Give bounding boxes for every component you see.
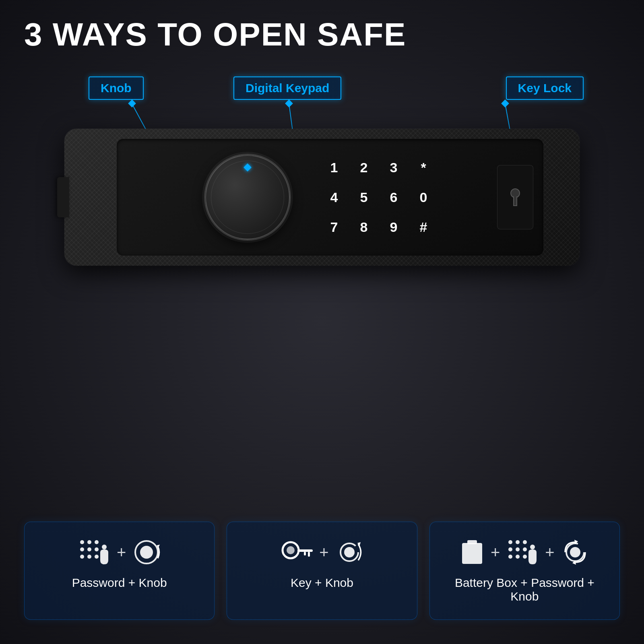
safe-diagram: Knob Digital Keypad Key Lock [40,72,604,322]
plus-3: + [491,543,500,561]
key-star: * [411,155,436,180]
svg-point-15 [80,555,84,559]
svg-point-18 [102,545,107,549]
svg-rect-30 [462,543,482,564]
svg-rect-7 [501,99,509,107]
svg-point-34 [523,540,527,544]
svg-point-33 [516,540,520,544]
key-5: 5 [352,185,376,209]
knob-rotate-icon-2 [335,538,363,566]
svg-point-12 [80,547,84,551]
svg-point-16 [87,555,91,559]
svg-point-9 [80,540,84,544]
digital-keypad-label: Digital Keypad [233,76,341,100]
svg-point-35 [508,547,512,551]
page-title: 3 WAYS TO OPEN SAFE [24,16,406,53]
safe-device: 1 2 3 * 4 5 6 0 7 8 9 # [64,129,580,266]
card-1-icons: + [78,538,161,566]
key-0: 0 [411,185,436,209]
key-hash: # [411,215,436,239]
key-icon [281,538,313,566]
keyhole [510,188,520,206]
svg-point-14 [95,547,99,551]
card-battery-password-knob: + + [429,522,620,620]
key-9: 9 [382,215,406,239]
card-3-icons: + + [460,538,589,566]
card-password-knob: + Password + Knob [24,522,215,620]
svg-rect-1 [128,99,136,107]
info-cards: + Password + Knob [24,522,620,620]
svg-point-32 [508,540,512,544]
svg-point-11 [95,540,99,544]
knob-label: Knob [89,76,144,100]
password-icon [78,538,110,566]
key-8: 8 [352,215,376,239]
safe-handle [57,177,69,217]
key-6: 6 [382,185,406,209]
card-1-label: Password + Knob [72,576,167,590]
svg-point-37 [523,547,527,551]
key-2: 2 [352,155,376,180]
svg-point-13 [87,547,91,551]
svg-point-40 [523,555,527,559]
key-lock-slot [497,165,533,229]
card-3-label: Battery Box + Password + Knob [442,576,607,603]
svg-point-28 [344,547,355,557]
battery-box-icon [460,538,484,566]
plus-4: + [545,543,554,561]
knob-indicator [244,163,252,171]
svg-point-41 [530,545,535,549]
plus-2: + [319,543,328,561]
svg-point-20 [140,546,153,559]
card-key-knob: + Key + Knob [227,522,417,620]
knob-rotate-icon [132,538,161,566]
safe-body: 1 2 3 * 4 5 6 0 7 8 9 # [64,129,580,266]
svg-rect-25 [308,552,310,557]
card-2-label: Key + Knob [291,576,353,590]
plus-1: + [117,543,126,561]
key-3: 3 [382,155,406,180]
svg-point-17 [95,555,99,559]
keyhole-slot [513,196,517,206]
key-7: 7 [322,215,346,239]
knob-rotate-icon-3 [561,538,589,566]
svg-point-43 [570,547,580,557]
password-icon-2 [506,538,539,566]
svg-rect-24 [297,549,313,552]
svg-point-23 [287,546,295,554]
svg-point-39 [516,555,520,559]
key-1: 1 [322,155,346,180]
svg-rect-31 [467,540,477,544]
svg-rect-4 [285,99,293,107]
svg-point-10 [87,540,91,544]
key-4: 4 [322,185,346,209]
svg-point-38 [508,555,512,559]
safe-knob [205,155,290,239]
safe-panel: 1 2 3 * 4 5 6 0 7 8 9 # [117,139,543,256]
svg-point-36 [516,547,520,551]
card-2-icons: + [281,538,363,566]
key-lock-label: Key Lock [506,76,584,100]
svg-rect-26 [304,552,306,555]
keypad: 1 2 3 * 4 5 6 0 7 8 9 # [322,155,436,239]
